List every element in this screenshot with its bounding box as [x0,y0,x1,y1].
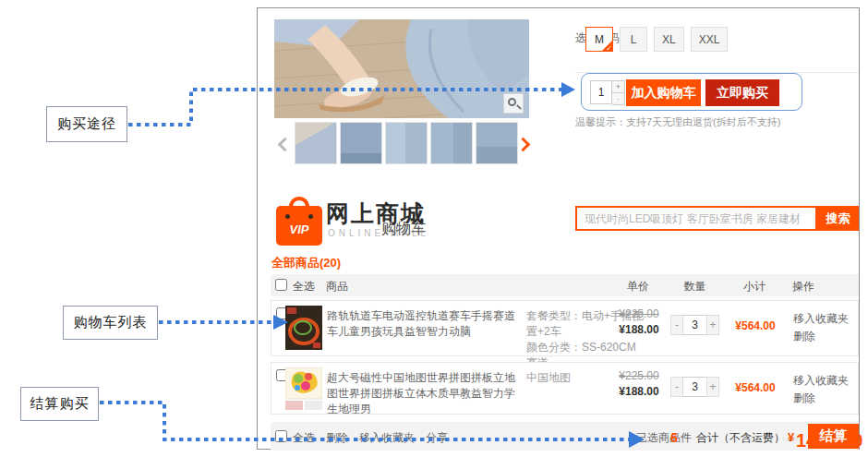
footer-delete-link[interactable]: 删除 [326,430,348,446]
product-main-image [274,19,529,118]
mall-logo: VIP [276,197,322,246]
return-policy-tip: 温馨提示：支持7天无理由退货(拆封后不支持) [575,115,780,129]
annotation-purchase-path: 购买途径 [46,106,127,142]
delete-link[interactable]: 删除 [793,390,849,407]
total-currency: ¥ [788,430,794,444]
row-quantity-input[interactable] [683,377,706,397]
annotation-label: 购买途径 [57,115,116,133]
current-price: ¥188.00 [613,385,665,398]
row-quantity-stepper: - + [670,377,719,397]
move-to-favorites-link[interactable]: 移入收藏夹 [793,310,849,328]
annotation-label: 结算购买 [30,395,90,413]
size-chip-label: M [595,33,604,46]
subtotal-cell: ¥564.00 [729,319,781,332]
annotation-label: 购物车列表 [74,314,148,331]
thumbnail-2[interactable] [340,122,382,164]
product-title[interactable]: 路轨轨道车电动遥控轨道赛车手摇赛道车儿童男孩玩具益智智力动脑 [327,308,523,340]
selected-check-icon: ✓ [606,44,612,53]
row-actions: 移入收藏夹 删除 [793,372,849,407]
size-options: M✓ L XL XXL [585,27,728,52]
quantity-increase-icon[interactable]: + [706,377,719,397]
logo-vip-text: VIP [276,222,322,236]
footer-select-all-checkbox[interactable] [275,430,287,442]
row-actions: 移入收藏夹 删除 [793,310,849,345]
quantity-input[interactable] [590,80,612,104]
product-thumbnail[interactable] [285,367,322,413]
quantity-increase-icon[interactable]: + [706,315,719,335]
thumbnail-prev-icon[interactable] [278,138,293,152]
quantity-decrease-icon[interactable]: - [670,315,683,335]
cart-footer-bar: 全选 删除 移入收藏夹 分享 已选商品 6 件 合计（不含运费）： ¥ 1499… [271,422,859,451]
total-label: 合计（不含运费）： [696,430,796,446]
thumbnail-4[interactable] [430,122,473,164]
subtotal-cell: ¥564.00 [729,381,781,394]
original-price: ¥225.00 [613,307,665,320]
search-input[interactable] [575,206,817,231]
header-unit-price: 单价 [612,279,664,295]
move-to-favorites-link[interactable]: 移入收藏夹 [793,372,849,390]
thumbnail-1[interactable] [295,122,337,164]
thumbnail-3[interactable] [385,122,428,164]
add-to-cart-button[interactable]: 加入购物车 [626,79,701,106]
thumbnail-5[interactable] [476,122,518,164]
quantity-decrease-icon[interactable]: - [612,93,625,105]
product-thumbnail[interactable] [285,306,322,353]
page-title-cart: 购物车 [381,220,426,239]
header-quantity: 数量 [669,279,720,295]
header-select-all: 全选 [293,279,315,295]
cart-row: 路轨轨道车电动遥控轨道赛车手摇赛道车儿童男孩玩具益智智力动脑 套餐类型：电动+手… [271,300,859,356]
size-chip-xxl[interactable]: XXL [691,27,729,52]
footer-share-link[interactable]: 分享 [426,430,448,446]
quantity-stepper: + - [590,80,625,104]
unit-price-cell: ¥225.00 ¥188.00 [613,301,665,355]
search-button[interactable]: 搜索 [817,206,859,231]
footer-select-all[interactable]: 全选 [293,430,315,446]
size-chip-l[interactable]: L [620,27,647,52]
header-actions: 操作 [792,279,814,295]
cart-table-header: 全选 商品 单价 数量 小计 操作 [271,274,859,296]
current-price: ¥188.00 [613,323,665,336]
checkout-button[interactable]: 结算 [808,424,859,449]
size-chip-label: XL [662,33,676,46]
size-chip-label: L [631,33,637,46]
product-title[interactable]: 超大号磁性中国地图世界拼图拼板立地图世界拼图拼板立体木质早教益智力学生地理男 [327,370,523,417]
size-chip-xl[interactable]: XL [654,27,684,52]
row-quantity-input[interactable] [683,315,706,335]
delete-link[interactable]: 删除 [793,328,849,345]
zoom-magnifier-icon[interactable] [503,93,524,114]
buy-now-button[interactable]: 立即购买 [705,79,779,106]
cart-row: 超大号磁性中国地图世界拼图拼板立地图世界拼图拼板立体木质早教益智力学生地理男 中… [271,362,859,415]
original-price: ¥225.00 [613,369,665,382]
select-all-checkbox[interactable] [275,279,287,291]
header-subtotal: 小计 [729,279,780,295]
size-chip-m[interactable]: M✓ [585,27,613,52]
annotation-checkout: 结算购买 [20,387,99,421]
selected-items-unit: 件 [681,430,692,446]
thumbnail-next-icon[interactable] [516,138,531,152]
selected-items-count: 6 [670,430,678,445]
footer-move-favorites-link[interactable]: 移入收藏夹 [359,430,415,446]
shop-panel: 选择尺码： M✓ L XL XXL + - 加入购物车 立即购买 温馨提示：支持… [257,7,860,450]
annotation-cart-list: 购物车列表 [63,306,158,340]
tab-all-items[interactable]: 全部商品(20) [271,256,341,270]
row-quantity-stepper: - + [670,315,719,335]
quantity-decrease-icon[interactable]: - [670,377,683,397]
header-product: 商品 [326,279,348,295]
unit-price-cell: ¥225.00 ¥188.00 [613,363,665,414]
quantity-increase-icon[interactable]: + [612,80,625,93]
size-chip-label: XXL [699,33,720,46]
